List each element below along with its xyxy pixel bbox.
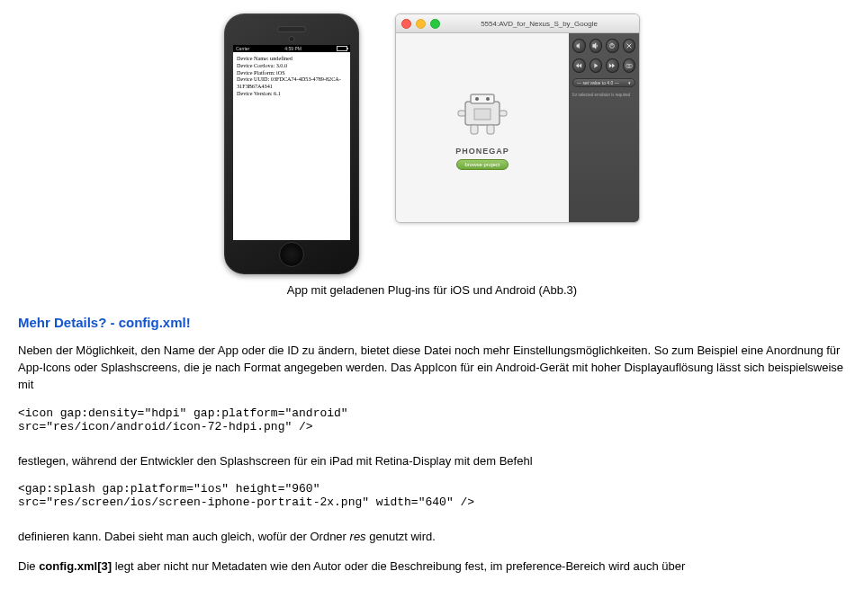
p4-bold: config.xml[3] [39, 559, 112, 573]
emulator-sidepanel: — set value to 4.0 — ▾ for selected emul… [569, 33, 639, 222]
status-time: 4:59 PM [284, 46, 302, 52]
svg-rect-4 [458, 111, 465, 116]
phone-content: Device Name: undefined Device Cordova: 3… [233, 52, 350, 100]
svg-rect-6 [471, 125, 478, 134]
svg-rect-7 [487, 125, 494, 134]
paragraph-1: Neben der Möglichkeit, den Name der App … [18, 343, 846, 394]
play-icon [590, 58, 603, 73]
phonegap-label: PHONEGAP [455, 147, 509, 156]
window-title: 5554:AVD_for_Nexus_S_by_Google [445, 20, 634, 28]
p4-post: legt aber nicht nur Metadaten wie den Au… [112, 559, 685, 573]
svg-point-2 [475, 97, 479, 101]
code-block-1: <icon gap:density="hdpi" gap:platform="a… [18, 406, 846, 433]
device-line: Device Version: 6.1 [237, 90, 346, 97]
phonegap-robot-icon [451, 85, 514, 139]
code-block-2: <gap:splash gap:platform="ios" height="9… [18, 482, 846, 509]
zoom-icon [430, 19, 440, 29]
battery-icon [337, 46, 347, 51]
close-icon [401, 19, 411, 29]
minimize-icon [416, 19, 426, 29]
rewind-icon [572, 58, 586, 73]
p3-post: genutzt wird. [366, 530, 436, 543]
volume-down-icon [572, 39, 586, 53]
phone-screen: Carrier 4:59 PM Device Name: undefined D… [233, 45, 350, 240]
chevron-down-icon: ▾ [628, 80, 631, 85]
figure-caption: App mit geladenen Plug-ins für iOS und A… [18, 283, 846, 297]
device-line: Device UUID: 03FDCA74-4D53-4789-82CA-31F… [237, 76, 346, 90]
figures-row: Carrier 4:59 PM Device Name: undefined D… [18, 9, 846, 274]
emulator-main: PHONEGAP browse project [396, 33, 569, 222]
emulator-body: PHONEGAP browse project [396, 33, 639, 222]
p4-pre: Die [18, 559, 39, 573]
status-carrier: Carrier [236, 46, 249, 52]
side-note: for selected emulator is required [572, 93, 635, 97]
emulator-titlebar: 5554:AVD_for_Nexus_S_by_Google [396, 14, 639, 33]
power-icon [606, 39, 619, 53]
close-icon [623, 39, 636, 53]
device-line: Device Cordova: 3.0.0 [237, 62, 346, 69]
svg-rect-5 [500, 111, 507, 116]
p3-italic: res [350, 530, 366, 543]
volume-up-icon [590, 39, 603, 53]
svg-point-14 [628, 65, 630, 67]
phone-statusbar: Carrier 4:59 PM [233, 45, 350, 52]
p3-pre: definieren kann. Dabei sieht man auch gl… [18, 530, 350, 543]
section-heading: Mehr Details? - config.xml! [18, 315, 846, 330]
phone-speaker [277, 26, 306, 32]
home-button-icon [279, 242, 304, 267]
device-line: Device Name: undefined [237, 55, 346, 62]
svg-rect-8 [474, 109, 490, 120]
svg-point-3 [486, 97, 490, 101]
browse-project-button: browse project [456, 159, 508, 170]
dpad-value-combo: — set value to 4.0 — ▾ [572, 78, 635, 87]
paragraph-2: festlegen, während der Entwickler den Sp… [18, 453, 846, 470]
iphone-mockup: Carrier 4:59 PM Device Name: undefined D… [224, 13, 359, 274]
svg-rect-1 [471, 94, 494, 103]
paragraph-3: definieren kann. Dabei sieht man auch gl… [18, 529, 846, 546]
phone-camera [289, 36, 295, 42]
forward-icon [606, 58, 619, 73]
device-line: Device Platform: iOS [237, 69, 346, 76]
paragraph-4: Die config.xml[3] legt aber nicht nur Me… [18, 558, 846, 576]
combo-text: — set value to 4.0 — [577, 80, 619, 85]
camera-icon [623, 58, 636, 73]
android-emulator-window: 5554:AVD_for_Nexus_S_by_Google [395, 13, 640, 223]
